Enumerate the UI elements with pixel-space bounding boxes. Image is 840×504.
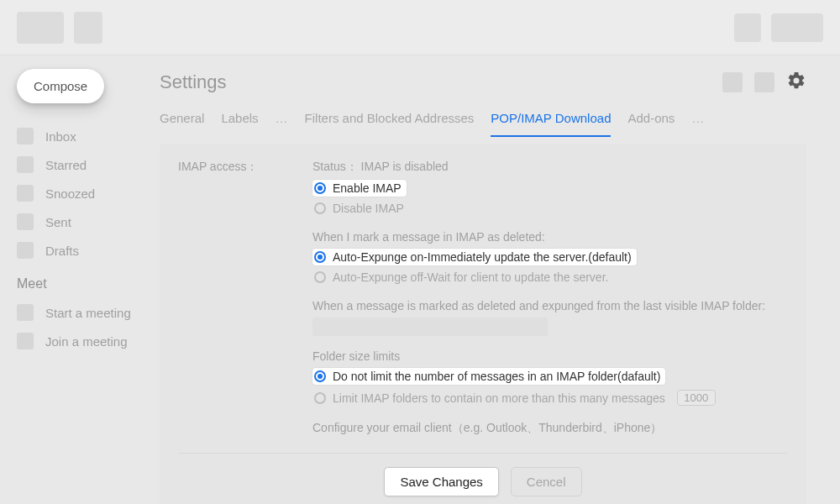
limit-count-input[interactable] [677, 390, 716, 406]
gear-icon[interactable] [786, 71, 806, 94]
sidebar-item-snoozed[interactable]: Snoozed [17, 179, 151, 207]
tab-more[interactable]: … [276, 111, 288, 135]
tab-labels[interactable]: Labels [221, 111, 258, 135]
video-icon [17, 304, 34, 321]
radio-icon [314, 392, 326, 404]
sidebar-item-label: Sent [45, 215, 71, 229]
imap-access-label: IMAP access： [178, 160, 279, 436]
radio-enable-imap[interactable]: Enable IMAP [312, 180, 407, 197]
expunged-heading: When a message is marked as deleted and … [312, 299, 788, 312]
save-button[interactable]: Save Changes [384, 467, 498, 496]
radio-expunge-on[interactable]: Auto-Expunge on-Immediately update the s… [312, 249, 637, 265]
sidebar-item-drafts[interactable]: Drafts [17, 236, 151, 265]
settings-header: Settings [160, 71, 806, 94]
tab-more[interactable]: … [691, 111, 704, 135]
configure-client-text: Configure your email client（e.g. Outlook… [312, 421, 788, 436]
sidebar-item-join-meeting[interactable]: Join a meeting [17, 327, 151, 355]
header-action-placeholder [754, 72, 774, 92]
expunged-option-placeholder [312, 318, 548, 336]
imap-body: Status： IMAP is disabled Enable IMAP Dis… [312, 160, 788, 436]
topbar-left [17, 12, 102, 44]
tab-general[interactable]: General [160, 111, 204, 135]
radio-expunge-off[interactable]: Auto-Expunge off-Wait for client to upda… [312, 269, 788, 286]
mail-nav: Inbox Starred Snoozed Sent Drafts [17, 122, 151, 265]
radio-icon [314, 370, 326, 382]
compose-button[interactable]: Compose [17, 69, 104, 103]
topbar-icon-placeholder [734, 13, 761, 42]
topbar [0, 0, 840, 55]
meet-section-header: Meet [17, 276, 151, 291]
nav-placeholder [74, 12, 102, 44]
radio-disable-imap[interactable]: Disable IMAP [312, 200, 788, 217]
tab-filters[interactable]: Filters and Blocked Addresses [305, 111, 475, 135]
settings-tabs: General Labels … Filters and Blocked Add… [160, 111, 806, 138]
radio-limit-messages[interactable]: Limit IMAP folders to contain on more th… [312, 388, 788, 407]
radio-label: Enable IMAP [333, 181, 402, 195]
sidebar-item-start-meeting[interactable]: Start a meeting [17, 298, 151, 327]
sidebar-item-label: Start a meeting [45, 306, 131, 320]
radio-icon [314, 182, 326, 194]
sidebar-item-label: Snoozed [45, 186, 95, 201]
sidebar-item-label: Drafts [45, 244, 79, 258]
tab-pop-imap[interactable]: POP/IMAP Download [491, 111, 611, 137]
divider [178, 453, 788, 454]
imap-panel: IMAP access： Status： IMAP is disabled En… [160, 144, 806, 504]
keyboard-icon [17, 333, 34, 349]
folder-limits-heading: Folder size limits [312, 349, 788, 363]
sidebar-item-starred[interactable]: Starred [17, 150, 151, 179]
star-icon [17, 156, 34, 173]
inbox-icon [17, 128, 34, 144]
sidebar-item-label: Starred [45, 158, 87, 172]
cancel-button[interactable]: Cencel [511, 467, 582, 496]
logo-placeholder [17, 12, 64, 44]
sidebar-item-sent[interactable]: Sent [17, 207, 151, 236]
header-action-placeholder [722, 72, 743, 92]
radio-icon [314, 251, 326, 263]
imap-status: Status： IMAP is disabled [312, 160, 788, 175]
radio-label: Limit IMAP folders to contain on more th… [333, 391, 665, 405]
radio-icon [314, 202, 326, 214]
sidebar-item-label: Join a meeting [45, 334, 128, 349]
draft-icon [17, 242, 34, 259]
topbar-right [734, 13, 823, 42]
sidebar-item-label: Inbox [45, 129, 76, 144]
main: Compose Inbox Starred Snoozed Sent Draft… [0, 55, 840, 504]
radio-label: Disable IMAP [333, 202, 404, 215]
sidebar-item-inbox[interactable]: Inbox [17, 122, 151, 150]
sidebar: Compose Inbox Starred Snoozed Sent Draft… [0, 55, 160, 504]
radio-icon [314, 271, 326, 283]
topbar-avatar-placeholder [771, 13, 823, 42]
radio-no-limit[interactable]: Do not limit the number of messages in a… [312, 368, 665, 385]
delete-behavior-heading: When I mark a message in IMAP as deleted… [312, 230, 788, 244]
radio-label: Auto-Expunge off-Wait for client to upda… [333, 270, 608, 284]
actions: Save Changes Cencel [178, 467, 788, 496]
clock-icon [17, 185, 34, 202]
radio-label: Do not limit the number of messages in a… [333, 370, 660, 383]
tab-addons[interactable]: Add-ons [627, 111, 675, 135]
send-icon [17, 213, 34, 230]
content: Settings General Labels … Filters and Bl… [160, 55, 840, 504]
radio-label: Auto-Expunge on-Immediately update the s… [333, 250, 632, 264]
page-title: Settings [160, 71, 227, 93]
settings-header-actions [722, 71, 806, 94]
meet-nav: Start a meeting Join a meeting [17, 298, 151, 355]
